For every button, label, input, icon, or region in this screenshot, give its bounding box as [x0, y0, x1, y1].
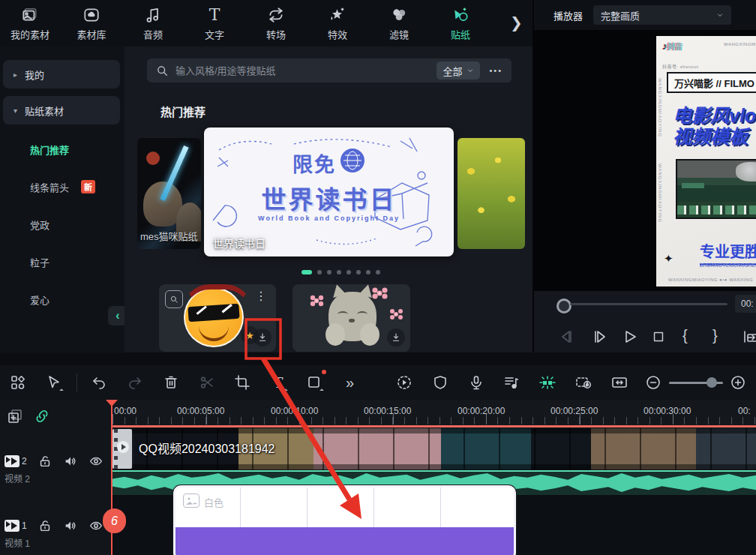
- sidebar-item-hearts[interactable]: 爱心: [0, 288, 124, 310]
- nav-expand-chevron-icon[interactable]: ❯: [510, 14, 523, 32]
- carousel-prev-caption: mes猫咪贴纸: [140, 229, 198, 243]
- sidebar-item-hot[interactable]: 热门推荐: [0, 138, 124, 160]
- sidebar-group-my[interactable]: ▸ 我的: [3, 60, 120, 88]
- mark-out-button[interactable]: }: [712, 327, 718, 344]
- star-glyph: ★: [245, 330, 254, 341]
- dot[interactable]: [366, 270, 370, 274]
- sidebar-item-party[interactable]: 党政: [0, 213, 124, 236]
- nav-item-text[interactable]: T 文字: [195, 6, 234, 41]
- next-frame-button[interactable]: [591, 328, 608, 345]
- auto-beat-sync-button[interactable]: [530, 365, 566, 400]
- mark-in-button[interactable]: {: [682, 327, 688, 344]
- sidebar-item-line-arrows[interactable]: 线条箭头新: [0, 176, 124, 198]
- track-type-toggle[interactable]: 1: [4, 520, 27, 532]
- undo-button[interactable]: [81, 365, 117, 400]
- mute-track-button[interactable]: [63, 454, 78, 469]
- nav-item-library[interactable]: 素材库: [72, 6, 111, 41]
- sticker-card-cat-flowers[interactable]: [292, 284, 410, 352]
- smile-decor: [199, 323, 229, 341]
- more-options-button[interactable]: •••: [486, 66, 506, 75]
- carousel-dots[interactable]: [302, 270, 380, 274]
- media-view-button[interactable]: [0, 365, 36, 400]
- carousel-next-item[interactable]: [458, 138, 525, 249]
- carousel-prev-item[interactable]: mes猫咪贴纸: [137, 138, 201, 249]
- zoom-slider[interactable]: [669, 365, 721, 400]
- audio-list-button[interactable]: [494, 365, 530, 400]
- download-button[interactable]: [254, 328, 272, 346]
- nav-item-my-media[interactable]: 我的素材: [10, 6, 50, 41]
- add-track-button[interactable]: [6, 407, 24, 425]
- zoom-slider-handle[interactable]: [706, 377, 717, 388]
- search-input[interactable]: [174, 64, 430, 77]
- sidebar-group-stickers[interactable]: ▾ 贴纸素材: [3, 96, 120, 124]
- more-tools-chevron[interactable]: »: [332, 365, 368, 400]
- scrubber-track[interactable]: [570, 303, 728, 305]
- preview-video-frame: ♪抖音 抖音号: shencut WANGXINGMIAOYING WANGXI…: [656, 36, 756, 286]
- group-label: 我的: [25, 68, 44, 82]
- record-voiceover-button[interactable]: [458, 365, 494, 400]
- delete-button[interactable]: [153, 365, 189, 400]
- dot[interactable]: [317, 270, 322, 274]
- preview-render-button[interactable]: [566, 365, 602, 400]
- dot[interactable]: [327, 270, 332, 274]
- nav-item-audio[interactable]: 音频: [134, 6, 172, 41]
- speed-button[interactable]: [386, 365, 422, 400]
- track-type-toggle[interactable]: 2: [4, 455, 27, 467]
- item-label: 粒子: [30, 255, 50, 269]
- stop-button[interactable]: [651, 329, 666, 344]
- card-menu-icon[interactable]: ⋮: [255, 289, 267, 303]
- zoom-in-button[interactable]: [720, 365, 756, 400]
- track-2-header: 2: [4, 454, 104, 469]
- nav-item-stickers[interactable]: 贴纸: [441, 6, 480, 41]
- nav-item-filters[interactable]: 滤镜: [380, 6, 418, 41]
- filter-dropdown[interactable]: 全部: [436, 62, 480, 80]
- link-clips-button[interactable]: [33, 407, 51, 425]
- text-tool-button[interactable]: T: [260, 365, 296, 400]
- shield-button[interactable]: [422, 365, 458, 400]
- nav-label: 特效: [328, 27, 347, 41]
- download-button[interactable]: [387, 328, 405, 346]
- quality-dropdown[interactable]: 完整画质: [593, 5, 731, 25]
- poster-video-thumbnail: [677, 160, 756, 218]
- sidebar-item-particles[interactable]: 粒子: [0, 250, 124, 273]
- dot[interactable]: [337, 270, 341, 274]
- sticker-card-sunglasses-emoji[interactable]: ⋮ ★: [159, 284, 276, 352]
- timecode-display: 00:: [735, 295, 756, 313]
- mute-track-button[interactable]: [63, 518, 78, 533]
- featured-banner[interactable]: 限免 世界读书日 World Book and Copyright Day 世界…: [204, 128, 454, 256]
- timeline-toolbar: T »: [0, 365, 756, 400]
- nav-item-transitions[interactable]: 转场: [256, 6, 296, 41]
- player-controls: 00: { }: [534, 291, 756, 352]
- track-number: 1: [22, 520, 27, 531]
- select-tool-button[interactable]: [36, 365, 72, 400]
- tiktok-id: 抖音号: shencut: [662, 63, 698, 70]
- zoom-out-button[interactable]: [638, 365, 669, 400]
- player-preview[interactable]: ♪抖音 抖音号: shencut WANGXINGMIAOYING WANGXI…: [534, 30, 756, 291]
- hide-track-button[interactable]: [88, 518, 104, 533]
- item-label: 爱心: [30, 292, 50, 307]
- split-scissors-button[interactable]: [189, 365, 225, 400]
- banner-globe-icon: [340, 148, 364, 172]
- playhead-marker[interactable]: [106, 400, 118, 406]
- lock-track-button[interactable]: [38, 518, 52, 533]
- snapshot-button[interactable]: [742, 328, 756, 345]
- hide-track-button[interactable]: [88, 454, 104, 469]
- fit-timeline-button[interactable]: [602, 365, 638, 400]
- prev-frame-button[interactable]: [560, 328, 576, 345]
- nav-item-effects[interactable]: 特效: [318, 6, 357, 41]
- dot[interactable]: [356, 270, 361, 274]
- timeline-ruler[interactable]: 00:00 00:00:05:00 00:00:10:00 00:00:15:0…: [111, 400, 756, 425]
- sticker-clip-track1[interactable]: 白色: [173, 485, 516, 555]
- find-similar-icon[interactable]: [165, 290, 183, 308]
- mask-tool-button[interactable]: [296, 365, 332, 400]
- video-clip-track2[interactable]: QQ视频20240303181942: [111, 428, 756, 470]
- redo-button[interactable]: [117, 365, 153, 400]
- dot-active[interactable]: [302, 270, 312, 274]
- lock-track-button[interactable]: [38, 454, 52, 469]
- play-button[interactable]: [622, 328, 638, 345]
- crop-button[interactable]: [224, 365, 260, 400]
- scrubber-handle[interactable]: [556, 298, 572, 314]
- dot[interactable]: [376, 270, 380, 274]
- dot[interactable]: [346, 270, 351, 274]
- filmora-app: 我的素材 素材库 音频 T 文字 转场 特效 滤镜: [0, 0, 756, 555]
